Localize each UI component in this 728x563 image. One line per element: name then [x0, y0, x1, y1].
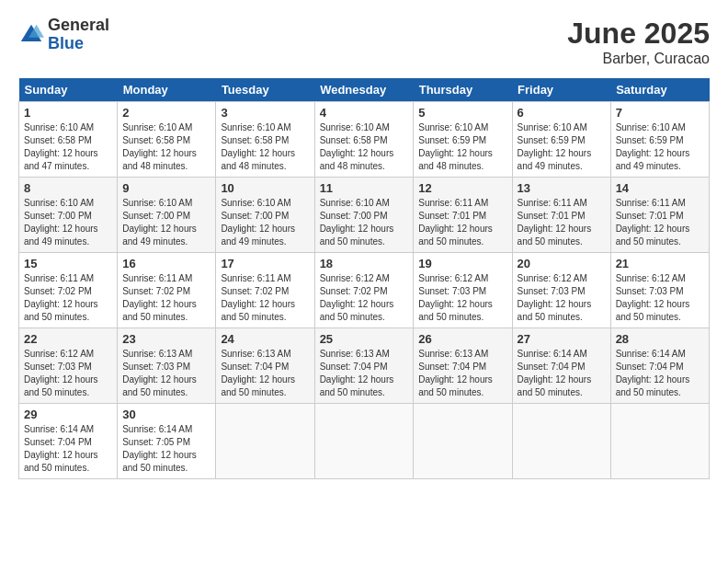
day-number: 9	[122, 181, 210, 195]
day-number: 3	[221, 106, 309, 120]
table-row	[314, 404, 414, 479]
day-info: Sunrise: 6:12 AMSunset: 7:03 PMDaylight:…	[518, 273, 592, 322]
day-info: Sunrise: 6:10 AMSunset: 6:58 PMDaylight:…	[221, 122, 295, 171]
day-info: Sunrise: 6:10 AMSunset: 7:00 PMDaylight:…	[122, 198, 197, 247]
calendar-row: 29 Sunrise: 6:14 AMSunset: 7:04 PMDaylig…	[19, 404, 710, 479]
day-info: Sunrise: 6:12 AMSunset: 7:03 PMDaylight:…	[616, 273, 690, 322]
month-title: June 2025	[567, 17, 710, 51]
day-number: 19	[418, 257, 506, 270]
header-thursday: Thursday	[414, 78, 512, 102]
table-row	[216, 404, 314, 479]
day-info: Sunrise: 6:13 AMSunset: 7:04 PMDaylight:…	[221, 349, 295, 397]
table-row: 23 Sunrise: 6:13 AMSunset: 7:03 PMDaylig…	[118, 328, 216, 404]
calendar-row: 22 Sunrise: 6:12 AMSunset: 7:03 PMDaylig…	[19, 328, 710, 404]
table-row: 15 Sunrise: 6:11 AMSunset: 7:02 PMDaylig…	[19, 253, 118, 328]
day-number: 28	[616, 332, 704, 346]
day-info: Sunrise: 6:10 AMSunset: 6:58 PMDaylight:…	[122, 122, 197, 171]
day-info: Sunrise: 6:11 AMSunset: 7:02 PMDaylight:…	[24, 273, 98, 322]
day-number: 14	[616, 181, 704, 195]
header-wednesday: Wednesday	[314, 78, 414, 102]
table-row: 3 Sunrise: 6:10 AMSunset: 6:58 PMDayligh…	[216, 102, 314, 178]
day-info: Sunrise: 6:11 AMSunset: 7:02 PMDaylight:…	[122, 273, 197, 322]
day-info: Sunrise: 6:11 AMSunset: 7:01 PMDaylight:…	[418, 198, 493, 247]
day-number: 27	[518, 332, 606, 346]
day-number: 10	[221, 181, 309, 195]
table-row: 20 Sunrise: 6:12 AMSunset: 7:03 PMDaylig…	[512, 253, 610, 328]
table-row: 1 Sunrise: 6:10 AMSunset: 6:58 PMDayligh…	[19, 102, 118, 178]
table-row	[512, 404, 610, 479]
logo-blue: Blue	[48, 35, 109, 53]
day-number: 26	[418, 332, 506, 346]
table-row: 17 Sunrise: 6:11 AMSunset: 7:02 PMDaylig…	[216, 253, 314, 328]
table-row: 12 Sunrise: 6:11 AMSunset: 7:01 PMDaylig…	[414, 178, 512, 253]
day-number: 15	[24, 257, 112, 270]
page-container: General Blue June 2025 Barber, Curacao S…	[0, 0, 728, 488]
day-info: Sunrise: 6:14 AMSunset: 7:04 PMDaylight:…	[24, 424, 98, 473]
day-info: Sunrise: 6:10 AMSunset: 6:58 PMDaylight:…	[24, 122, 98, 171]
table-row: 6 Sunrise: 6:10 AMSunset: 6:59 PMDayligh…	[512, 102, 610, 178]
day-info: Sunrise: 6:12 AMSunset: 7:03 PMDaylight:…	[418, 273, 493, 322]
day-info: Sunrise: 6:14 AMSunset: 7:04 PMDaylight:…	[616, 349, 690, 397]
header-tuesday: Tuesday	[216, 78, 314, 102]
table-row	[610, 404, 709, 479]
day-number: 16	[122, 257, 210, 270]
table-row: 18 Sunrise: 6:12 AMSunset: 7:02 PMDaylig…	[314, 253, 414, 328]
day-number: 4	[320, 106, 409, 120]
table-row: 4 Sunrise: 6:10 AMSunset: 6:58 PMDayligh…	[314, 102, 414, 178]
table-row: 24 Sunrise: 6:13 AMSunset: 7:04 PMDaylig…	[216, 328, 314, 404]
day-number: 13	[518, 181, 606, 195]
day-info: Sunrise: 6:13 AMSunset: 7:04 PMDaylight:…	[418, 349, 493, 397]
table-row: 27 Sunrise: 6:14 AMSunset: 7:04 PMDaylig…	[512, 328, 610, 404]
table-row: 16 Sunrise: 6:11 AMSunset: 7:02 PMDaylig…	[118, 253, 216, 328]
header: General Blue June 2025 Barber, Curacao	[18, 17, 710, 67]
table-row: 30 Sunrise: 6:14 AMSunset: 7:05 PMDaylig…	[118, 404, 216, 479]
day-info: Sunrise: 6:13 AMSunset: 7:03 PMDaylight:…	[122, 349, 197, 397]
table-row: 9 Sunrise: 6:10 AMSunset: 7:00 PMDayligh…	[118, 178, 216, 253]
day-info: Sunrise: 6:14 AMSunset: 7:05 PMDaylight:…	[122, 424, 197, 473]
title-block: June 2025 Barber, Curacao	[567, 17, 710, 67]
location-subtitle: Barber, Curacao	[567, 51, 710, 67]
table-row: 10 Sunrise: 6:10 AMSunset: 7:00 PMDaylig…	[216, 178, 314, 253]
table-row: 2 Sunrise: 6:10 AMSunset: 6:58 PMDayligh…	[118, 102, 216, 178]
day-info: Sunrise: 6:10 AMSunset: 6:59 PMDaylight:…	[418, 122, 493, 171]
day-number: 18	[320, 257, 409, 270]
header-saturday: Saturday	[610, 78, 709, 102]
day-number: 2	[122, 106, 210, 120]
day-info: Sunrise: 6:10 AMSunset: 7:00 PMDaylight:…	[24, 198, 98, 247]
day-number: 22	[24, 332, 112, 346]
table-row: 21 Sunrise: 6:12 AMSunset: 7:03 PMDaylig…	[610, 253, 709, 328]
table-row: 29 Sunrise: 6:14 AMSunset: 7:04 PMDaylig…	[19, 404, 118, 479]
day-info: Sunrise: 6:14 AMSunset: 7:04 PMDaylight:…	[518, 349, 592, 397]
calendar-header-row: Sunday Monday Tuesday Wednesday Thursday…	[19, 78, 710, 102]
table-row	[414, 404, 512, 479]
day-number: 25	[320, 332, 409, 346]
day-number: 8	[24, 181, 112, 195]
logo-icon	[18, 22, 44, 48]
header-monday: Monday	[118, 78, 216, 102]
day-number: 12	[418, 181, 506, 195]
day-info: Sunrise: 6:11 AMSunset: 7:01 PMDaylight:…	[616, 198, 690, 247]
day-info: Sunrise: 6:11 AMSunset: 7:01 PMDaylight:…	[518, 198, 592, 247]
table-row: 25 Sunrise: 6:13 AMSunset: 7:04 PMDaylig…	[314, 328, 414, 404]
table-row: 7 Sunrise: 6:10 AMSunset: 6:59 PMDayligh…	[610, 102, 709, 178]
day-number: 1	[24, 106, 112, 120]
day-number: 7	[616, 106, 704, 120]
table-row: 22 Sunrise: 6:12 AMSunset: 7:03 PMDaylig…	[19, 328, 118, 404]
day-info: Sunrise: 6:12 AMSunset: 7:03 PMDaylight:…	[24, 349, 98, 397]
logo-text: General Blue	[48, 17, 109, 53]
day-number: 17	[221, 257, 309, 270]
calendar-row: 1 Sunrise: 6:10 AMSunset: 6:58 PMDayligh…	[19, 102, 710, 178]
day-info: Sunrise: 6:10 AMSunset: 6:59 PMDaylight:…	[518, 122, 592, 171]
table-row: 11 Sunrise: 6:10 AMSunset: 7:00 PMDaylig…	[314, 178, 414, 253]
logo-general: General	[48, 17, 109, 35]
calendar-table: Sunday Monday Tuesday Wednesday Thursday…	[18, 78, 710, 479]
table-row: 26 Sunrise: 6:13 AMSunset: 7:04 PMDaylig…	[414, 328, 512, 404]
day-number: 20	[518, 257, 606, 270]
table-row: 14 Sunrise: 6:11 AMSunset: 7:01 PMDaylig…	[610, 178, 709, 253]
day-number: 23	[122, 332, 210, 346]
day-number: 11	[320, 181, 409, 195]
day-info: Sunrise: 6:11 AMSunset: 7:02 PMDaylight:…	[221, 273, 295, 322]
day-info: Sunrise: 6:13 AMSunset: 7:04 PMDaylight:…	[320, 349, 394, 397]
day-number: 24	[221, 332, 309, 346]
day-number: 21	[616, 257, 704, 270]
